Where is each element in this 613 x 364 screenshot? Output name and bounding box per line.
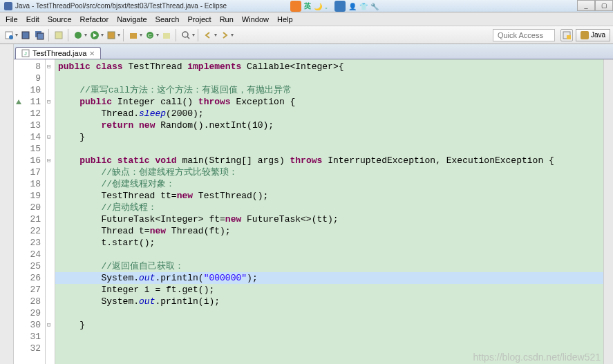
new-button[interactable]	[3, 29, 15, 41]
code-line[interactable]: //重写call方法：这个方法：有返回值，有抛出异常	[58, 84, 603, 96]
menu-source[interactable]: Source	[44, 14, 76, 25]
code-line[interactable]: FutureTask<Integer> ft=new FutureTask<>(…	[58, 213, 603, 225]
dropdown-icon[interactable]: ▾	[15, 32, 18, 38]
app-icon	[4, 2, 12, 10]
java-perspective-icon	[581, 31, 589, 39]
new-package-button[interactable]	[127, 29, 140, 41]
ime-toolbar: 英 🌙 。 👤 👕 🔧	[290, 0, 379, 12]
menu-window[interactable]: Window	[238, 14, 273, 25]
ime-keyboard-icon[interactable]	[334, 1, 346, 12]
fold-toggle-icon[interactable]: ⊟	[47, 61, 50, 73]
code-line[interactable]: System.out.println("000000");	[55, 272, 603, 284]
menu-file[interactable]: File	[1, 14, 22, 25]
code-line[interactable]: Thread.sleep(2000);	[58, 108, 603, 119]
menu-project[interactable]: Project	[183, 14, 215, 25]
fold-toggle-icon[interactable]: ⊟	[47, 320, 50, 332]
code-line[interactable]: //缺点：创建线程方式比较繁琐：	[58, 166, 603, 178]
window-title: Java - TestThreadPool/src/com/bjsxt/test…	[15, 2, 227, 10]
open-perspective-button[interactable]	[560, 29, 573, 41]
code-line[interactable]	[58, 73, 603, 84]
forward-button[interactable]	[218, 29, 231, 41]
menu-search[interactable]: Search	[151, 14, 184, 25]
ime-user-icon[interactable]: 👤	[348, 3, 357, 10]
open-task-button[interactable]	[160, 29, 173, 41]
menu-edit[interactable]: Edit	[22, 14, 44, 25]
svg-rect-9	[130, 33, 137, 39]
code-line[interactable]: return new Random().nextInt(10);	[58, 119, 603, 131]
separator	[176, 29, 177, 41]
svg-rect-4	[37, 33, 44, 39]
dropdown-icon[interactable]: ▾	[214, 32, 217, 38]
svg-point-6	[75, 32, 82, 39]
run-last-button[interactable]	[105, 29, 117, 41]
menu-run[interactable]: Run	[216, 14, 238, 25]
code-line[interactable]: }	[58, 319, 603, 331]
ime-settings-icon[interactable]: 🔧	[370, 3, 379, 10]
dropdown-icon[interactable]: ▾	[117, 32, 120, 38]
override-marker-icon[interactable]	[15, 97, 22, 104]
menu-navigate[interactable]: Navigate	[113, 14, 151, 25]
fold-toggle-icon[interactable]: ⊟	[47, 97, 50, 108]
debug-button[interactable]	[72, 29, 84, 41]
code-text-area[interactable]: public class TestThread implements Calla…	[55, 59, 603, 364]
dropdown-icon[interactable]: ▾	[231, 32, 234, 38]
run-button[interactable]	[88, 29, 101, 41]
separator	[198, 29, 199, 41]
dropdown-icon[interactable]: ▾	[192, 32, 195, 38]
menu-help[interactable]: Help	[273, 14, 297, 25]
maximize-button[interactable]: ▢	[595, 0, 613, 11]
dropdown-icon[interactable]: ▾	[101, 32, 104, 38]
dropdown-icon[interactable]: ▾	[156, 32, 159, 38]
dropdown-icon[interactable]: ▾	[140, 32, 142, 38]
code-line[interactable]: Integer i = ft.get();	[58, 284, 603, 296]
code-line[interactable]: t.start();	[58, 237, 603, 249]
java-file-icon: J	[21, 49, 30, 57]
code-line[interactable]	[58, 307, 603, 319]
code-line[interactable]: //创建线程对象：	[58, 178, 603, 190]
back-button[interactable]	[202, 29, 214, 41]
code-line[interactable]	[58, 143, 603, 155]
overview-ruler[interactable]	[603, 59, 613, 364]
editor-area: J TestThread.java ✕ 89101112131415161718…	[0, 44, 613, 364]
separator	[68, 29, 69, 41]
dropdown-icon[interactable]: ▾	[84, 32, 87, 38]
fold-toggle-icon[interactable]: ⊟	[47, 155, 50, 167]
ime-punct[interactable]: 。	[325, 1, 332, 11]
save-button[interactable]	[19, 29, 32, 41]
editor-tab-testthread[interactable]: J TestThread.java ✕	[15, 47, 101, 59]
ime-tools-icon[interactable]: 👕	[359, 3, 368, 10]
ime-lang[interactable]: 英	[304, 1, 311, 11]
code-line[interactable]: Thread t=new Thread(ft);	[58, 225, 603, 237]
svg-rect-8	[108, 32, 115, 39]
fold-toggle-icon[interactable]: ⊟	[47, 132, 50, 144]
code-line[interactable]: }	[58, 131, 603, 143]
code-line[interactable]	[58, 343, 603, 354]
title-bar: Java - TestThreadPool/src/com/bjsxt/test…	[0, 0, 613, 12]
code-editor[interactable]: 8910111213141516171819202122232425262728…	[14, 59, 613, 364]
save-all-button[interactable]	[33, 29, 46, 41]
search-button[interactable]	[180, 29, 192, 41]
open-type-button[interactable]	[53, 29, 65, 41]
svg-rect-2	[22, 32, 29, 39]
code-line[interactable]: TestThread tt=new TestThread();	[58, 190, 603, 202]
left-trim	[0, 44, 14, 364]
minimize-button[interactable]: _	[577, 0, 595, 11]
code-line[interactable]: public class TestThread implements Calla…	[58, 61, 603, 73]
code-line[interactable]: public Integer call() throws Exception {	[58, 96, 603, 108]
svg-point-13	[182, 32, 188, 37]
sogou-icon[interactable]	[290, 1, 301, 12]
code-line[interactable]	[58, 249, 603, 260]
code-line[interactable]: //启动线程：	[58, 202, 603, 213]
quick-access-input[interactable]	[493, 29, 555, 41]
java-perspective-button[interactable]: Java	[576, 29, 610, 41]
code-line[interactable]	[58, 331, 603, 343]
tab-close-icon[interactable]: ✕	[89, 50, 95, 57]
code-line[interactable]: public static void main(String[] args) t…	[58, 155, 603, 166]
svg-rect-16	[567, 35, 571, 39]
menu-refactor[interactable]: Refactor	[76, 14, 113, 25]
code-line[interactable]: System.out.println(i);	[58, 296, 603, 307]
new-class-button[interactable]: C	[144, 29, 156, 41]
ime-moon-icon[interactable]: 🌙	[314, 3, 322, 10]
code-line[interactable]: //返回值自己获取：	[58, 260, 603, 272]
marker-gutter	[14, 59, 23, 364]
